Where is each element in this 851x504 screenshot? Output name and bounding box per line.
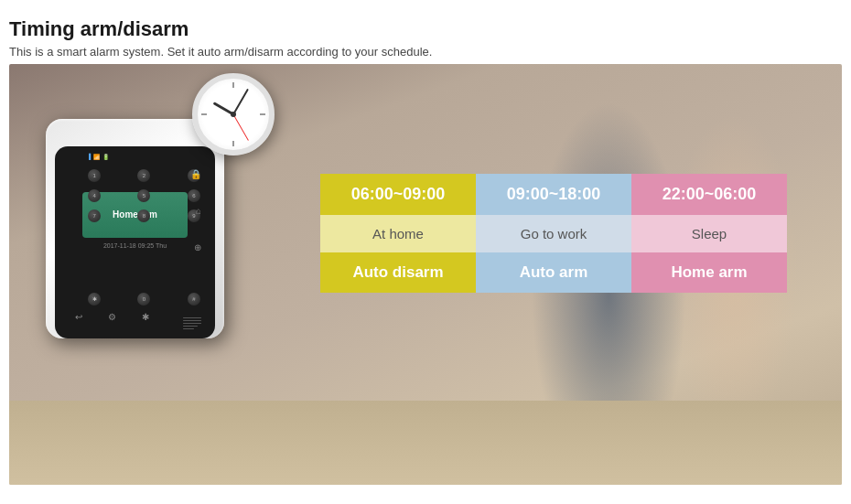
key-1: 1 [88,169,101,182]
action-text-3: Home arm [671,263,747,282]
back-icon: ↩ [75,312,82,322]
time-text-1: 06:00~09:00 [351,185,446,204]
key-0: 0 [137,293,150,306]
bottom-icons: ↩ ⚙ ✱ [75,312,149,322]
lock-icon: 🔒 [190,169,201,179]
key-8: 8 [137,209,150,222]
action-cell-2: Auto arm [476,252,631,293]
clock-center-dot [231,112,236,117]
label-cell-3: Sleep [631,215,787,252]
key-4: 4 [88,189,101,202]
action-text-1: Auto disarm [352,263,443,282]
time-text-3: 22:00~06:00 [662,185,757,204]
action-cell-1: Auto disarm [320,252,476,293]
label-cell-2: Go to work [476,215,631,252]
speaker-grill [183,317,201,329]
func-icon: ✱ [142,312,149,322]
home-icon: ⌂ [196,206,201,216]
clock-face [192,73,275,155]
tick-3 [260,113,265,115]
tick-6 [232,141,234,146]
action-cell-3: Home arm [631,252,787,293]
key-5: 5 [137,189,150,202]
key-hash: # [188,293,200,306]
action-row: Auto disarm Auto arm Home arm [320,252,787,293]
label-text-2: Go to work [521,226,587,241]
time-row: 06:00~09:00 09:00~18:00 22:00~06:00 [320,174,787,215]
key-2: 2 [137,169,150,182]
label-row: At home Go to work Sleep [320,215,787,252]
key-star: ✱ [88,293,101,306]
shield-icon: ⊕ [194,242,201,252]
key-6: 6 [188,189,200,202]
subtitle: This is a smart alarm system. Set it aut… [9,45,842,59]
label-text-3: Sleep [692,226,727,241]
action-text-2: Auto arm [520,263,588,282]
tick-9 [201,113,207,115]
time-cell-2: 09:00~18:00 [476,174,631,215]
page-wrapper: Timing arm/disarm This is a smart alarm … [0,0,851,485]
main-title: Timing arm/disarm [9,16,842,43]
device-screen-date: 2017-11-18 09:25 Thu [82,242,188,249]
device-screen-area: ▐ 📶 🔋 Home arm 2017-11-18 09:25 Thu 1 2 … [55,146,215,338]
settings-icon: ⚙ [108,312,116,322]
title-section: Timing arm/disarm This is a smart alarm … [9,16,842,59]
label-cell-1: At home [320,215,476,252]
time-cell-3: 22:00~06:00 [631,174,787,215]
keypad-bottom-row: ✱ 0 # [73,293,215,306]
key-7: 7 [88,209,101,222]
time-cell-1: 06:00~09:00 [320,174,476,215]
image-container: ▐ 📶 🔋 Home arm 2017-11-18 09:25 Thu 1 2 … [9,64,842,485]
minute-hand [232,88,249,114]
floor-bg [9,401,842,485]
signal-icons: ▐ 📶 🔋 [87,154,109,160]
time-text-2: 09:00~18:00 [507,185,601,204]
second-hand [233,113,249,140]
schedule-table: 06:00~09:00 09:00~18:00 22:00~06:00 At h… [320,174,787,293]
tick-12 [232,82,234,88]
label-text-1: At home [372,226,424,241]
clock-container [192,73,284,165]
